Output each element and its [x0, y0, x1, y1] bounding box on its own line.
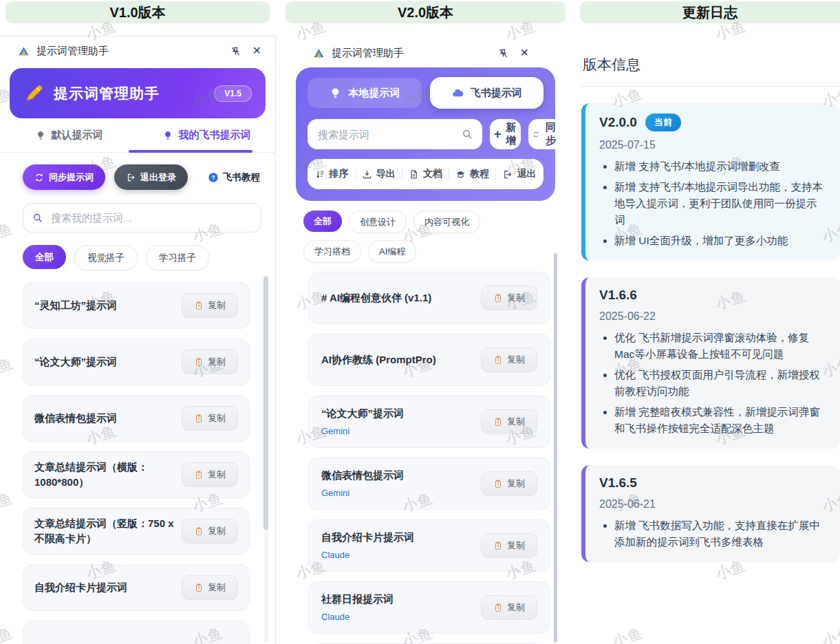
app-logo-icon	[313, 47, 325, 59]
tab-local-prompts[interactable]: 本地提示词	[308, 78, 422, 108]
bulb-icon	[329, 87, 342, 100]
v1-search-input[interactable]	[50, 211, 252, 224]
pin-slash-icon[interactable]	[230, 45, 241, 57]
tab-my-feishu-prompts[interactable]: 我的飞书提示词	[138, 118, 275, 152]
copy-button[interactable]: 复制	[182, 293, 238, 318]
prompt-card: AI协作教练 (PromptPro)复制	[308, 334, 550, 386]
tab-feishu-prompts[interactable]: 飞书提示词	[430, 77, 544, 109]
prompt-model-label: Gemini	[321, 486, 474, 500]
prompt-title: 文章总结提示词（横版：1080*800）	[34, 460, 175, 491]
copy-label: 复制	[208, 469, 226, 481]
prompt-title: 文章总结提示词（竖版：750 x 不限高卡片）	[34, 516, 175, 547]
toolbar-label: 退出	[517, 168, 536, 180]
v1-search-box	[23, 203, 261, 233]
version-date: 2025-06-22	[599, 310, 826, 323]
toolbar-document[interactable]: 文档	[409, 168, 442, 180]
tab-default-prompts[interactable]: 默认提示词	[0, 118, 138, 152]
toolbar-separator	[495, 168, 496, 180]
tab-label: 我的飞书提示词	[179, 129, 251, 142]
prompt-title: 自我介绍卡片提示词Claude	[321, 530, 474, 562]
filter-chip-内容可视化[interactable]: 内容可视化	[413, 211, 480, 233]
logout-button[interactable]: 退出登录	[114, 164, 188, 190]
stage: V1.0版本 V2.0版本 更新日志 提示词管理助手 ✕ 提示词管理助手 V1.…	[0, 0, 840, 644]
toolbar-tutorial-cap[interactable]: 教程	[455, 168, 489, 180]
document-icon	[409, 169, 419, 180]
toolbar-separator	[449, 168, 449, 180]
export-icon	[362, 169, 372, 180]
copy-button[interactable]: 复制	[481, 595, 537, 620]
toolbar-label: 排序	[330, 168, 349, 180]
version-card-V2.0.0: V2.0.0当前2025-07-15新增 支持飞书/本地提示词增删改查新增 支持…	[581, 103, 840, 261]
v2-search-input[interactable]	[316, 128, 456, 141]
prompt-model-label: Gemini	[321, 425, 474, 438]
add-label: 新增	[506, 121, 517, 147]
copy-button[interactable]: 复制	[481, 409, 537, 434]
divider	[581, 86, 840, 87]
copy-label: 复制	[208, 412, 226, 425]
exit-icon	[502, 169, 513, 180]
toolbar-separator	[355, 168, 356, 180]
v1-action-row: 同步提示词 退出登录 ? 飞书教程	[0, 153, 275, 193]
copy-label: 复制	[208, 581, 226, 594]
filter-chip-全部[interactable]: 全部	[23, 245, 66, 269]
banner-changelog-label: 更新日志	[682, 3, 737, 22]
pencil-icon	[23, 83, 44, 104]
window-header: 提示词管理助手 ✕	[286, 39, 561, 66]
copy-button[interactable]: 复制	[481, 471, 537, 496]
filter-chip-AI编程[interactable]: AI编程	[368, 240, 416, 263]
copy-button[interactable]: 复制	[182, 350, 238, 374]
close-icon[interactable]: ✕	[252, 45, 261, 56]
sync-icon	[34, 173, 44, 182]
bulb-icon	[35, 130, 46, 141]
pin-slash-icon[interactable]	[497, 47, 509, 59]
changelog-item: 优化 飞书授权页面用户引导流程，新增授权前教程访问功能	[614, 367, 826, 400]
close-icon[interactable]: ✕	[520, 47, 529, 58]
toolbar-export[interactable]: 导出	[362, 168, 396, 180]
toolbar-exit[interactable]: 退出	[502, 168, 536, 180]
popup-v1: 提示词管理助手 ✕ 提示词管理助手 V1.5 默认提示词 我的飞书提示词	[0, 36, 276, 644]
add-prompt-button[interactable]: + 新增	[490, 119, 521, 149]
plus-icon: +	[494, 128, 502, 140]
prompt-model-label: Claude	[321, 548, 474, 562]
toolbar-sort[interactable]: 排序	[315, 168, 349, 180]
prompt-card: “论文大师”提示词Gemini复制	[308, 396, 550, 448]
v2-scrollbar-thumb[interactable]	[554, 253, 557, 643]
prompt-title: AI协作教练 (PromptPro)	[321, 352, 474, 368]
copy-button[interactable]: 复制	[481, 286, 537, 310]
logout-label: 退出登录	[140, 171, 176, 184]
prompt-card: 文章总结提示词（横版：1080*800）复制	[23, 451, 250, 498]
v1-scrollbar-thumb[interactable]	[263, 277, 268, 530]
sync-button[interactable]: 同步	[528, 119, 562, 149]
tab-label: 默认提示词	[52, 129, 103, 142]
toolbar-separator	[402, 168, 402, 180]
copy-button[interactable]: 复制	[481, 347, 537, 372]
prompt-card: 微信表情包提示词复制	[23, 395, 250, 442]
copy-button[interactable]: 复制	[182, 575, 238, 600]
copy-label: 复制	[208, 356, 226, 368]
svg-text:?: ?	[211, 173, 215, 180]
filter-chip-学习搭子[interactable]: 学习搭子	[146, 245, 209, 270]
copy-label: 复制	[507, 477, 525, 490]
filter-chip-视觉搭子[interactable]: 视觉搭子	[74, 245, 138, 270]
feishu-tutorial-label: 飞书教程	[223, 171, 260, 184]
copy-label: 复制	[507, 416, 525, 428]
copy-icon	[194, 414, 204, 423]
banner-v2: V2.0版本	[286, 1, 566, 23]
tutorial-cap-icon	[455, 169, 466, 180]
feishu-tutorial-link[interactable]: ? 飞书教程	[208, 171, 260, 184]
filter-chip-创意设计[interactable]: 创意设计	[349, 211, 407, 233]
tab-label: 飞书提示词	[471, 87, 522, 100]
prompt-card: 自我介绍卡片提示词Claude复制	[308, 519, 550, 572]
copy-button[interactable]: 复制	[481, 533, 537, 558]
filter-chip-学习搭档[interactable]: 学习搭档	[303, 240, 361, 263]
prompt-model-label: Claude	[321, 610, 474, 624]
copy-button[interactable]: 复制	[182, 462, 238, 487]
filter-chip-全部[interactable]: 全部	[303, 211, 342, 232]
version-cards: V2.0.0当前2025-07-15新增 支持飞书/本地提示词增删改查新增 支持…	[581, 103, 840, 562]
copy-button[interactable]: 复制	[182, 406, 238, 431]
copy-label: 复制	[507, 292, 525, 304]
sync-prompts-button[interactable]: 同步提示词	[23, 164, 105, 190]
search-icon	[32, 213, 43, 224]
changelog-title: 版本信息	[583, 55, 840, 74]
copy-button[interactable]: 复制	[182, 519, 238, 544]
